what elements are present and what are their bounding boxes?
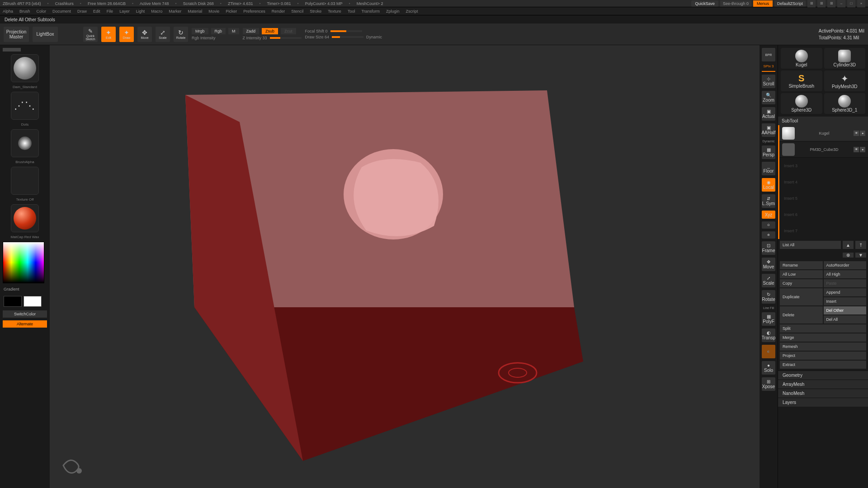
delete-button[interactable]: Delete [780,306,823,324]
focal-shift-slider[interactable]: Focal Shift 0 [305,29,328,33]
menu-preferences[interactable]: Preferences [243,9,265,14]
duplicate-button[interactable]: Duplicate [780,288,823,305]
tool-cylinder[interactable]: Cylinder3D [824,48,866,69]
menu-light[interactable]: Light [136,9,145,14]
rgb-button[interactable]: Rgb [211,28,226,34]
move-dup-button[interactable]: ⊕ [843,253,854,258]
tool-simplebrush[interactable]: SSimpleBrush [781,70,822,91]
projection-master-button[interactable]: Projection Master [4,27,29,42]
subtool-vis-icon[interactable]: 👁 [854,131,859,136]
floor-button[interactable]: _Floor [762,162,775,175]
menu-picker[interactable]: Picker [226,9,237,14]
actual-button[interactable]: ▣Actual [762,107,775,121]
menu-material[interactable]: Material [188,9,202,14]
menu-tool[interactable]: Tool [348,9,355,14]
primary-color[interactable] [24,296,42,307]
move-down-button[interactable]: ▼ [855,253,866,258]
subtool-row-cube[interactable]: PM3D_Cube3D 👁● [779,141,868,158]
menu-transform[interactable]: Transform [361,9,380,14]
menu-zscript[interactable]: Zscript [406,9,418,14]
menu-stencil[interactable]: Stencil [291,9,303,14]
menu-draw[interactable]: Draw [77,9,87,14]
tool-sphere3d[interactable]: Sphere3D [781,93,822,114]
dynamic-label[interactable]: Dynamic [366,35,382,39]
fit-button[interactable]: ⊕ [762,231,775,239]
bpr-button[interactable]: BPR [762,48,775,61]
brush-swatch[interactable] [11,54,39,82]
xpose-button[interactable]: ⊞Xpose [762,377,775,391]
center-button[interactable]: ⊙ [762,221,775,229]
del-other-button[interactable]: Del Other [824,306,867,314]
switch-color-button[interactable]: SwitchColor [3,310,47,318]
tool-polymesh[interactable]: ✦PolyMesh3D [824,70,866,91]
split-section[interactable]: Split [780,324,866,333]
secondary-color[interactable] [4,296,22,307]
scroll-button[interactable]: ⊹Scroll [762,75,775,88]
menu-document[interactable]: Document [52,9,71,14]
quicksketch-button[interactable]: ✎Quick Sketch [83,27,98,42]
zadd-button[interactable]: Zadd [243,28,259,34]
window-icon-3[interactable]: ⊞ [827,0,835,7]
remesh-section[interactable]: Remesh [780,343,866,351]
zoom-button[interactable]: 🔍Zoom [762,91,775,104]
mrgb-button[interactable]: Mrgb [192,28,208,34]
menu-macro[interactable]: Macro [151,9,162,14]
seethrough-slider[interactable]: See-through 0 [720,0,751,7]
copy-button[interactable]: Copy [780,279,823,287]
xyz-button[interactable]: Xyz [762,211,775,219]
spix-slider[interactable]: SPix 3 [763,64,774,68]
edit-button[interactable]: ✦Edit [101,27,116,42]
layers-section[interactable]: Layers [778,398,868,407]
zcut-button[interactable]: Zcut [281,28,296,34]
autoreorder-button[interactable]: AutoReorder [824,261,867,269]
subtool-row-kugel[interactable]: Kugel 👁● [779,125,868,141]
project-section[interactable]: Project [780,352,866,360]
menu-marker[interactable]: Marker [169,9,181,14]
rotate-view-button[interactable]: ↻Rotate [762,290,775,304]
menu-brush[interactable]: Brush [19,9,30,14]
window-icon-1[interactable]: ⊞ [807,0,816,7]
menu-zplugin[interactable]: Zplugin [386,9,400,14]
alpha-swatch[interactable] [11,129,39,157]
draw-size-slider[interactable]: Draw Size 64 [305,35,330,39]
subtool-paint-icon[interactable]: ● [860,131,865,136]
z-intensity-slider[interactable]: Z Intensity 33 [243,36,267,40]
menu-file[interactable]: File [107,9,113,14]
draw-button[interactable]: ✦Draw [119,27,134,42]
menus-toggle[interactable]: Menus [753,0,773,7]
scale-view-button[interactable]: ⤢Scale [762,274,775,287]
alllow-button[interactable]: All Low [780,270,823,278]
subtool-paint-icon[interactable]: ● [860,147,865,152]
tool-kugel[interactable]: Kugel [781,48,822,69]
texture-swatch[interactable] [11,167,39,195]
lsym-button[interactable]: ⇵L.Sym [762,194,775,208]
append-button[interactable]: Append [824,288,867,296]
menu-texture[interactable]: Texture [328,9,341,14]
stroke-swatch[interactable]: ⋰⋱ [11,92,39,120]
allhigh-button[interactable]: All High [824,270,867,278]
paste-button[interactable]: Paste [824,279,867,287]
menu-render[interactable]: Render [272,9,285,14]
quicksave-button[interactable]: QuickSave [691,0,718,7]
move-button[interactable]: ✥Move [137,27,152,42]
extract-section[interactable]: Extract [780,361,866,369]
move-up-button[interactable]: ▲ [843,241,854,249]
rotate-button[interactable]: ↻Rotate [174,27,188,42]
ghost-button[interactable]: ◐ [762,345,775,358]
zsub-button[interactable]: Zsub [262,28,278,34]
insert-button[interactable]: Insert [824,297,867,305]
window-icon-2[interactable]: ⊞ [817,0,826,7]
menu-layer[interactable]: Layer [119,9,130,14]
viewport[interactable] [50,45,760,488]
default-zscript[interactable]: DefaultZScript [774,0,806,7]
menu-edit[interactable]: Edit [93,9,100,14]
nanomesh-section[interactable]: NanoMesh [778,389,868,398]
scale-button[interactable]: ⤢Scale [156,27,170,42]
persp-button[interactable]: ▦Persp [762,145,775,159]
gradient-toggle[interactable]: Gradient [3,286,47,292]
alternate-button[interactable]: Alternate [3,320,47,328]
m-button[interactable]: M [228,28,239,34]
transp-button[interactable]: ◐Transp [762,328,775,342]
solo-button[interactable]: ●Solo [762,361,775,375]
subtool-header[interactable]: SubTool [778,117,868,125]
